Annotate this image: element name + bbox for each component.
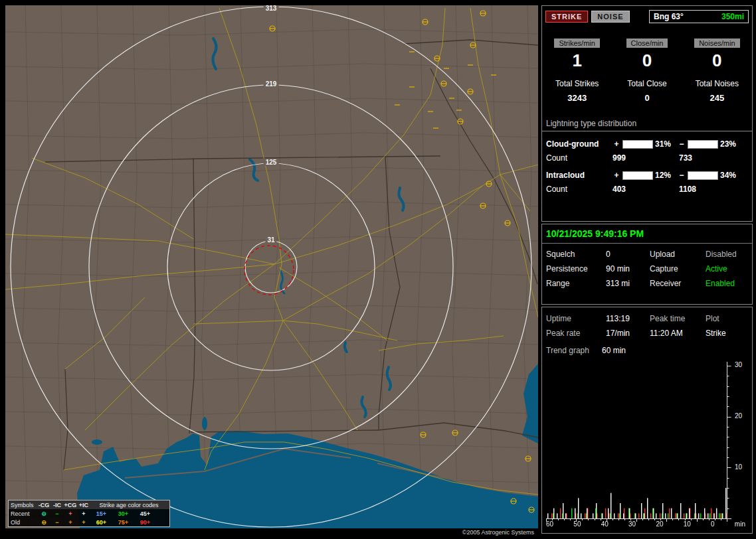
plus-sign: + [613, 139, 620, 149]
count-label: Count [546, 153, 613, 163]
age-30: 30+ [112, 510, 134, 517]
old-nic-icon: − [50, 519, 64, 526]
x-tick-40: 40 [601, 520, 609, 528]
total-noises-value: 245 [682, 93, 752, 103]
x-axis-labels: 60 50 40 30 20 10 0 min [546, 520, 745, 528]
legend-type-pic: +IC [77, 502, 90, 508]
legend-old-label: Old [11, 519, 37, 526]
cg-negative-pct: 23% [720, 139, 743, 149]
age-45: 45+ [134, 510, 156, 517]
legend-recent-label: Recent [11, 510, 37, 517]
uptime-label: Uptime [546, 314, 606, 323]
peak-rate-value: 17/min [606, 329, 650, 338]
intracloud-row: Intracloud + 12% − 34% [546, 171, 748, 180]
cloud-ground-count-row: Count 999 733 [546, 153, 748, 163]
strikes-per-min: Strikes/min 1 [542, 37, 612, 70]
trend-section: Uptime 113:19 Peak time Plot Peak rate 1… [541, 307, 753, 534]
noises-per-min-button[interactable]: Noises/min [694, 38, 739, 48]
close-per-min-value: 0 [612, 51, 682, 70]
receiver-label: Receiver [650, 279, 706, 288]
old-pcg-icon: + [64, 519, 77, 526]
old-pic-icon: + [77, 519, 90, 526]
cg-negative-bar [688, 140, 718, 149]
ic-positive-bar [622, 171, 653, 180]
mode-toolbar: STRIKE NOISE Bng 63° 350mi [542, 6, 752, 23]
strikes-per-min-value: 1 [542, 51, 612, 70]
age-90: 90+ [134, 519, 156, 526]
noises-per-min: Noises/min 0 [682, 37, 752, 70]
recent-nic-icon: − [50, 510, 64, 517]
strike-mode-button[interactable]: STRIKE [545, 11, 588, 23]
total-strikes: Total Strikes 3243 [542, 79, 612, 103]
plot-mode-value: Strike [706, 329, 752, 338]
capture-label: Capture [650, 264, 706, 273]
total-close-value: 0 [612, 93, 682, 103]
range-ring-label-31: 31 [265, 236, 276, 244]
ic-positive-count: 403 [613, 185, 679, 194]
total-close: Total Close 0 [612, 79, 682, 103]
noise-mode-button[interactable]: NOISE [591, 11, 629, 23]
y-tick-10: 10 [735, 463, 742, 471]
x-tick-10: 10 [684, 520, 691, 528]
ic-negative-count: 1108 [679, 185, 745, 194]
cloud-ground-row: Cloud-ground + 31% − 23% [546, 139, 748, 149]
cg-positive-pct: 31% [655, 139, 678, 149]
rates-row: Strikes/min 1 Close/min 0 Noises/min 0 [542, 37, 752, 70]
legend-type-pcg: +CG [64, 502, 77, 508]
recent-pcg-icon: + [64, 510, 77, 517]
count-label: Count [546, 185, 613, 194]
range-value: 313 mi [606, 279, 650, 288]
upload-label: Upload [650, 250, 706, 259]
peak-time-label: Peak time [650, 314, 706, 323]
map-legend: Symbols -CG -IC +CG +IC Strike age color… [8, 500, 170, 527]
total-noises: Total Noises 245 [682, 79, 752, 103]
trend-graph: 30 20 10 60 50 40 30 20 10 0 min [546, 360, 752, 532]
total-strikes-label: Total Strikes [542, 79, 612, 88]
status-grid: Uptime 113:19 Peak time Plot Peak rate 1… [542, 307, 752, 338]
lightning-map[interactable]: 313 219 125 31 Symbols -CG -IC +CG +IC S… [5, 5, 538, 528]
trend-window-value: 60 min [602, 346, 626, 355]
close-per-min-button[interactable]: Close/min [626, 38, 668, 48]
x-tick-20: 20 [656, 520, 663, 528]
cg-positive-bar [622, 140, 653, 149]
age-75: 75+ [112, 519, 134, 526]
range-ring-label-313: 313 [264, 5, 279, 12]
recent-pic-icon: + [77, 510, 90, 517]
trend-graph-canvas [546, 360, 732, 526]
bearing-value: Bng 63° [654, 12, 684, 21]
x-axis-unit: min [735, 520, 745, 528]
datetime-display: 10/21/2025 9:49:16 PM [542, 224, 752, 244]
status-panel: STRIKE NOISE Bng 63° 350mi Strikes/min 1… [541, 5, 753, 534]
legend-recent-row: Recent ⊖ − + + 15+ 30+ 45+ [9, 509, 169, 518]
cloud-ground-label: Cloud-ground [546, 139, 613, 149]
receiver-value: Enabled [706, 279, 752, 288]
close-per-min: Close/min 0 [612, 37, 682, 70]
noises-per-min-value: 0 [682, 51, 752, 70]
persistence-label: Persistence [546, 264, 606, 273]
squelch-value: 0 [606, 250, 650, 259]
statistics-section: STRIKE NOISE Bng 63° 350mi Strikes/min 1… [541, 5, 753, 222]
peak-time-value: 11:20 AM [650, 329, 706, 338]
uptime-value: 113:19 [606, 314, 650, 323]
legend-old-row: Old ⊖ − + + 60+ 75+ 90+ [9, 518, 169, 526]
x-tick-0: 0 [711, 520, 715, 528]
legend-symbols-header: Symbols [11, 502, 37, 508]
x-tick-50: 50 [573, 520, 581, 528]
range-value: 350mi [721, 12, 744, 21]
recent-ncg-icon: ⊖ [37, 510, 50, 517]
y-tick-20: 20 [735, 412, 742, 420]
intracloud-label: Intracloud [546, 171, 613, 180]
persistence-value: 90 min [606, 264, 650, 273]
age-60: 60+ [90, 519, 112, 526]
range-ring-label-125: 125 [264, 159, 279, 166]
trend-graph-label: Trend graph [546, 346, 602, 355]
capture-value: Active [706, 264, 752, 273]
age-15: 15+ [90, 510, 112, 517]
legend-header-row: Symbols -CG -IC +CG +IC Strike age color… [9, 501, 169, 509]
y-tick-30: 30 [735, 361, 742, 368]
intracloud-count-row: Count 403 1108 [546, 185, 748, 194]
total-strikes-value: 3243 [542, 93, 612, 103]
legend-age-header: Strike age color codes [90, 502, 167, 508]
trend-graph-header: Trend graph 60 min [542, 338, 752, 355]
strikes-per-min-button[interactable]: Strikes/min [554, 38, 599, 48]
